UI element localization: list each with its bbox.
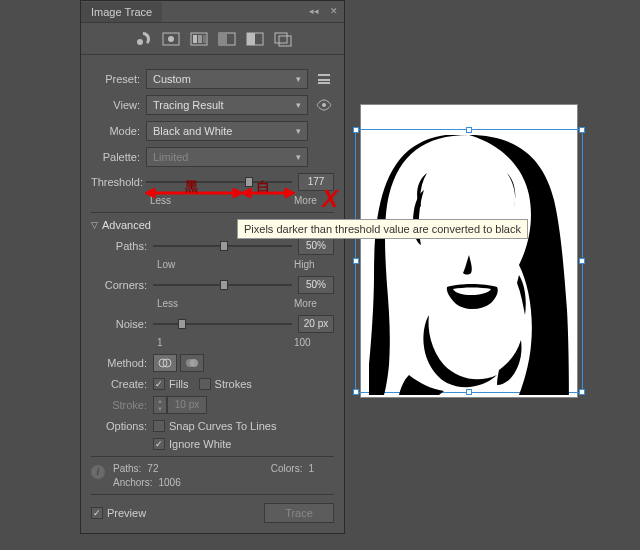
stroke-label: Stroke:: [91, 399, 153, 411]
ignore-white-checkbox[interactable]: [153, 438, 165, 450]
mode-label: Mode:: [91, 125, 146, 137]
grayscale-icon[interactable]: [218, 31, 236, 47]
image-trace-panel: Image Trace ◂◂ ✕ Preset: Custom View: Tr…: [80, 0, 345, 534]
svg-marker-19: [145, 188, 155, 198]
high-color-icon[interactable]: [162, 31, 180, 47]
outline-icon[interactable]: [274, 31, 292, 47]
fills-checkbox[interactable]: [153, 378, 165, 390]
selection-handle[interactable]: [353, 389, 359, 395]
snap-label: Snap Curves To Lines: [169, 420, 276, 432]
annotation-white-char: 白: [257, 178, 270, 196]
view-dropdown[interactable]: Tracing Result: [146, 95, 308, 115]
svg-rect-11: [275, 33, 287, 43]
low-color-icon[interactable]: [190, 31, 208, 47]
svg-marker-22: [241, 188, 251, 198]
create-label: Create:: [91, 378, 153, 390]
selection-handle[interactable]: [353, 258, 359, 264]
palette-dropdown: Limited: [146, 147, 308, 167]
paths-label: Paths:: [91, 240, 153, 252]
selection-handle[interactable]: [579, 127, 585, 133]
method-label: Method:: [91, 357, 153, 369]
svg-rect-6: [203, 35, 206, 43]
bw-icon[interactable]: [246, 31, 264, 47]
preset-dropdown[interactable]: Custom: [146, 69, 308, 89]
paths-slider[interactable]: [153, 238, 292, 254]
panel-title-tab: Image Trace: [81, 2, 162, 22]
svg-rect-8: [219, 33, 227, 45]
paths-min-label: Low: [153, 259, 294, 270]
preset-menu-icon[interactable]: [314, 69, 334, 89]
annotation-black-char: 黑: [185, 178, 198, 196]
options-label: Options:: [91, 420, 153, 432]
svg-point-0: [137, 39, 143, 45]
traced-portrait-image: [369, 135, 569, 395]
strokes-checkbox[interactable]: [199, 378, 211, 390]
strokes-label: Strokes: [215, 378, 252, 390]
noise-value[interactable]: 20 px: [298, 315, 334, 333]
preset-icon-row: [81, 23, 344, 55]
svg-point-13: [322, 103, 326, 107]
advanced-label: Advanced: [102, 219, 151, 231]
noise-slider[interactable]: [153, 316, 292, 332]
corners-label: Corners:: [91, 279, 153, 291]
svg-rect-10: [247, 33, 255, 45]
svg-point-2: [168, 36, 174, 42]
info-colors-label: Colors:: [271, 463, 303, 474]
fills-label: Fills: [169, 378, 189, 390]
trace-button[interactable]: Trace: [264, 503, 334, 523]
svg-marker-23: [285, 188, 295, 198]
info-icon: i: [91, 465, 105, 479]
mode-dropdown[interactable]: Black and White: [146, 121, 308, 141]
stroke-value: 10 px: [167, 396, 207, 414]
selection-handle[interactable]: [466, 127, 472, 133]
disclosure-triangle-icon: ▽: [91, 220, 98, 230]
preset-label: Preset:: [91, 73, 146, 85]
svg-rect-4: [193, 35, 197, 43]
corners-max-label: More: [294, 298, 334, 309]
view-label: View:: [91, 99, 146, 111]
view-eye-icon[interactable]: [314, 95, 334, 115]
snap-checkbox[interactable]: [153, 420, 165, 432]
annotation-x-mark: X: [322, 185, 338, 213]
noise-max-label: 100: [294, 337, 334, 348]
info-anchors-label: Anchors:: [113, 477, 152, 488]
preview-checkbox[interactable]: [91, 507, 103, 519]
paths-value[interactable]: 50%: [298, 237, 334, 255]
annotation-threshold-arrows: 黑 白: [145, 180, 295, 206]
stroke-stepper: ▲▼: [153, 396, 167, 414]
info-paths-value: 72: [147, 463, 158, 474]
palette-label: Palette:: [91, 151, 146, 163]
svg-point-17: [190, 359, 198, 367]
corners-slider[interactable]: [153, 277, 292, 293]
preview-label: Preview: [107, 507, 146, 519]
panel-titlebar: Image Trace ◂◂ ✕: [81, 1, 344, 23]
threshold-label: Threshold:: [91, 176, 146, 188]
selection-handle[interactable]: [353, 127, 359, 133]
artboard[interactable]: [360, 104, 578, 398]
svg-rect-5: [198, 35, 202, 43]
method-abutting-button[interactable]: [153, 354, 177, 372]
selection-handle[interactable]: [579, 258, 585, 264]
info-anchors-value: 1006: [158, 477, 180, 488]
svg-rect-12: [279, 36, 291, 46]
collapse-icon[interactable]: ◂◂: [306, 4, 322, 20]
info-paths-label: Paths:: [113, 463, 141, 474]
auto-color-icon[interactable]: [134, 31, 152, 47]
corners-value[interactable]: 50%: [298, 276, 334, 294]
paths-max-label: High: [294, 259, 334, 270]
noise-label: Noise:: [91, 318, 153, 330]
close-icon[interactable]: ✕: [326, 4, 342, 20]
method-overlapping-button[interactable]: [180, 354, 204, 372]
selection-handle[interactable]: [579, 389, 585, 395]
ignore-white-label: Ignore White: [169, 438, 231, 450]
noise-min-label: 1: [153, 337, 294, 348]
threshold-tooltip: Pixels darker than threshold value are c…: [237, 219, 528, 239]
corners-min-label: Less: [153, 298, 294, 309]
